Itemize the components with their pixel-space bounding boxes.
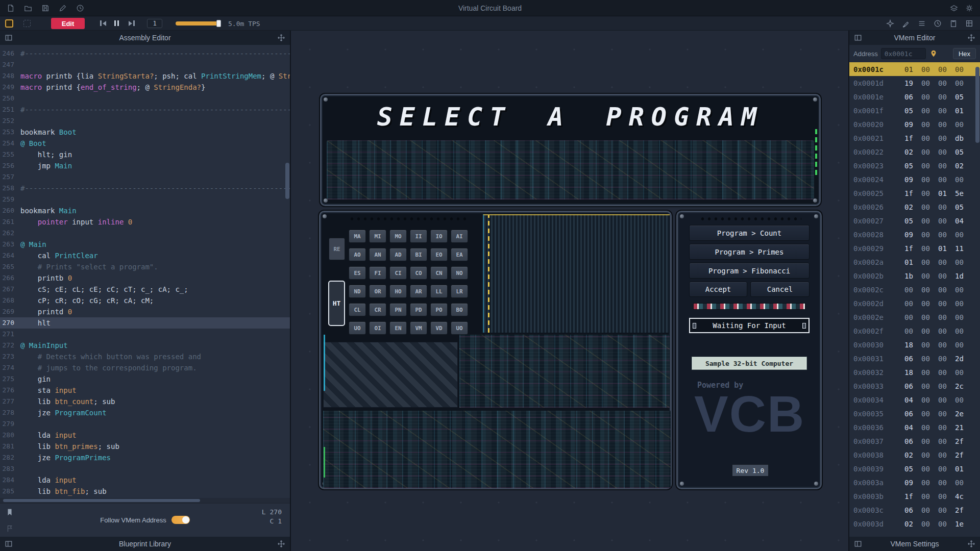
vmem-byte[interactable]: 00 xyxy=(938,327,955,335)
chip-cr[interactable]: CR xyxy=(369,303,386,316)
tps-slider[interactable] xyxy=(176,21,219,26)
chip-ar[interactable]: AR xyxy=(410,285,427,298)
vmem-byte[interactable]: 00 xyxy=(938,437,955,445)
panel-columns-icon[interactable] xyxy=(4,33,13,42)
vmem-byte[interactable]: 00 xyxy=(921,520,938,528)
vmem-byte[interactable]: 00 xyxy=(938,396,955,404)
vmem-row[interactable]: 0x0003905000001 xyxy=(849,462,980,475)
vmem-byte[interactable]: 06 xyxy=(904,506,921,514)
vmem-byte[interactable]: 00 xyxy=(921,272,938,280)
vmem-byte[interactable]: 11 xyxy=(955,244,972,253)
pause-button[interactable] xyxy=(114,20,119,26)
vmem-byte[interactable]: 00 xyxy=(955,479,972,487)
vmem-byte[interactable]: 05 xyxy=(904,162,921,170)
vmem-byte[interactable]: 00 xyxy=(921,244,938,253)
program-button-3[interactable]: Program > Fibonacci xyxy=(689,263,810,279)
chip-mi[interactable]: MI xyxy=(369,230,386,243)
vmem-byte[interactable]: 1f xyxy=(904,134,921,142)
vmem-row[interactable]: 0x0002e00000000 xyxy=(849,310,980,324)
vmem-byte[interactable]: 05 xyxy=(955,93,972,101)
vmem-byte[interactable]: 00 xyxy=(938,299,955,308)
vmem-byte[interactable]: 1b xyxy=(904,272,921,280)
vmem-byte[interactable]: 00 xyxy=(921,258,938,266)
vmem-byte[interactable]: 05 xyxy=(955,203,972,211)
vmem-byte[interactable]: 04 xyxy=(904,423,921,432)
panel-move-icon[interactable] xyxy=(277,33,286,42)
vmem-byte[interactable]: 00 xyxy=(921,506,938,514)
panel-columns-icon[interactable] xyxy=(4,539,13,548)
vmem-row[interactable]: 0x0002705000004 xyxy=(849,214,980,228)
vmem-byte[interactable]: 00 xyxy=(921,368,938,377)
code-area[interactable]: 246#------------------------------------… xyxy=(0,45,290,498)
chip-pn[interactable]: PN xyxy=(389,303,407,316)
chip-es[interactable]: ES xyxy=(349,266,366,280)
vmem-byte[interactable]: 00 xyxy=(955,368,972,377)
vmem-byte[interactable]: 00 xyxy=(938,203,955,211)
vmem-byte[interactable]: 00 xyxy=(938,120,955,129)
vmem-byte[interactable]: 00 xyxy=(904,313,921,321)
vmem-byte[interactable]: 00 xyxy=(921,479,938,487)
vmem-byte[interactable]: 01 xyxy=(938,189,955,197)
chip-mo[interactable]: MO xyxy=(389,230,407,243)
vmem-byte[interactable]: 00 xyxy=(921,217,938,225)
vmem-byte[interactable]: 00 xyxy=(938,93,955,101)
chip-eo[interactable]: EO xyxy=(430,248,448,261)
chip-or[interactable]: OR xyxy=(369,285,386,298)
program-button-1[interactable]: Program > Count xyxy=(689,225,810,241)
vmem-byte[interactable]: 01 xyxy=(904,258,921,266)
chip-oi[interactable]: OI xyxy=(369,321,386,335)
vmem-byte[interactable]: 00 xyxy=(921,134,938,142)
clock-icon[interactable] xyxy=(933,19,942,28)
vmem-byte[interactable]: 00 xyxy=(921,492,938,500)
vmem-byte[interactable]: 00 xyxy=(938,313,955,321)
vmem-byte[interactable]: 00 xyxy=(955,286,972,294)
chip-pd[interactable]: PD xyxy=(410,303,427,316)
vmem-byte[interactable]: 00 xyxy=(955,176,972,184)
vmem-byte[interactable]: 01 xyxy=(938,244,955,253)
vmem-byte[interactable]: 00 xyxy=(938,355,955,363)
chip-no[interactable]: NO xyxy=(451,266,468,280)
vmem-scrollbar[interactable] xyxy=(975,62,979,537)
vmem-byte[interactable]: 00 xyxy=(921,93,938,101)
new-file-icon[interactable] xyxy=(6,4,15,13)
vmem-byte[interactable]: 09 xyxy=(904,231,921,239)
vmem-row[interactable]: 0x0002202000005 xyxy=(849,145,980,159)
vmem-row[interactable]: 0x0001f05000001 xyxy=(849,104,980,117)
map-pin-icon[interactable] xyxy=(929,49,938,58)
vmem-byte[interactable]: 00 xyxy=(938,492,955,500)
vmem-byte[interactable]: 00 xyxy=(921,410,938,418)
vmem-byte[interactable]: 00 xyxy=(938,368,955,377)
vmem-byte[interactable]: 00 xyxy=(938,465,955,473)
open-file-icon[interactable] xyxy=(23,4,33,13)
vmem-byte[interactable]: 00 xyxy=(938,520,955,528)
vmem-byte[interactable]: 00 xyxy=(955,327,972,335)
chip-lr[interactable]: LR xyxy=(451,285,468,298)
chip-ll[interactable]: LL xyxy=(430,285,448,298)
vmem-byte[interactable]: 00 xyxy=(938,162,955,170)
vmem-byte[interactable]: 00 xyxy=(955,231,972,239)
vmem-byte[interactable]: 00 xyxy=(938,79,955,87)
vmem-byte[interactable]: 01 xyxy=(955,107,972,115)
chip-uo[interactable]: UO xyxy=(451,321,468,335)
vmem-byte[interactable]: 00 xyxy=(938,107,955,115)
edit-file-icon[interactable] xyxy=(58,4,67,13)
vmem-row[interactable]: 0x000350600002e xyxy=(849,407,980,420)
chip-bi[interactable]: BI xyxy=(410,248,427,261)
vmem-byte[interactable]: 06 xyxy=(904,410,921,418)
vmem-byte[interactable]: 00 xyxy=(921,299,938,308)
vmem-byte[interactable]: 2f xyxy=(955,437,972,445)
vmem-row[interactable]: 0x0002c00000000 xyxy=(849,283,980,296)
vmem-byte[interactable]: 1f xyxy=(904,492,921,500)
chip-ea[interactable]: EA xyxy=(451,248,468,261)
chip-fi[interactable]: FI xyxy=(369,266,386,280)
select-tool-icon[interactable] xyxy=(23,20,31,27)
vmem-byte[interactable]: 1f xyxy=(904,189,921,197)
chip-bo[interactable]: BO xyxy=(451,303,468,316)
vmem-byte[interactable]: 00 xyxy=(938,217,955,225)
edit-mode-button[interactable]: Edit xyxy=(51,18,85,29)
vmem-byte[interactable]: 00 xyxy=(921,451,938,459)
vmem-byte[interactable]: 00 xyxy=(921,65,938,73)
chip-ho[interactable]: HO xyxy=(389,285,407,298)
vmem-byte[interactable]: 01 xyxy=(955,465,972,473)
vmem-byte[interactable]: 09 xyxy=(904,479,921,487)
